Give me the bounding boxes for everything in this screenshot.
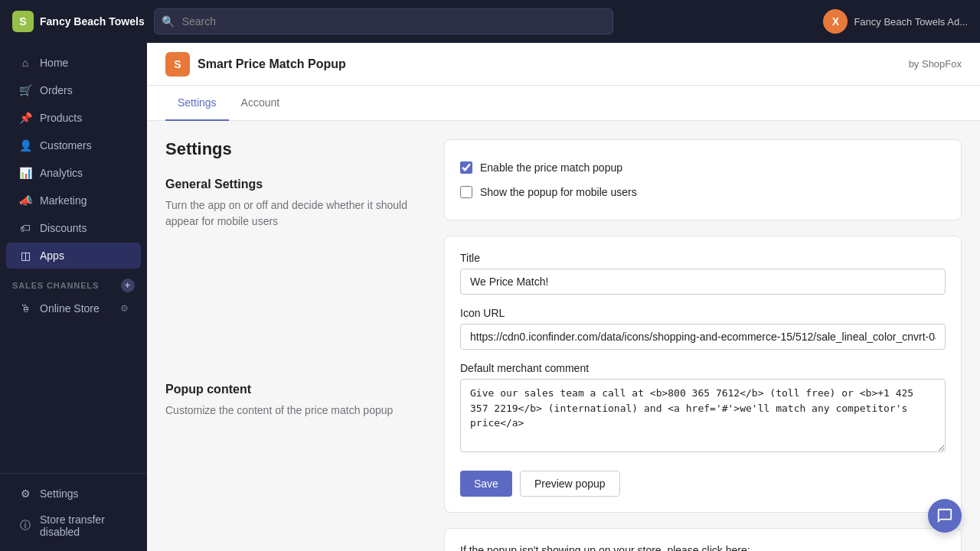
home-icon: ⌂ [18, 56, 32, 70]
enable-popup-checkbox[interactable] [460, 161, 472, 174]
app-logo: S [165, 52, 190, 77]
customers-icon: 👤 [18, 139, 32, 152]
content-area: S Smart Price Match Popup by ShopFox Set… [147, 43, 980, 551]
sidebar-label-products: Products [40, 112, 82, 124]
mobile-popup-row: Show the popup for mobile users [460, 180, 946, 204]
icon-url-input[interactable] [460, 324, 946, 350]
page-body: Settings General Settings Turn the app o… [147, 121, 980, 551]
store-name: Fancy Beach Towels Ad... [854, 16, 968, 28]
main-layout: ⌂ Home 🛒 Orders 📌 Products 👤 Customers 📊… [0, 43, 980, 551]
sidebar-item-analytics[interactable]: 📊 Analytics [6, 160, 141, 186]
sidebar-label-store-transfer: Store transfer disabled [40, 514, 129, 538]
sidebar-item-apps[interactable]: ◫ Apps [6, 243, 141, 269]
page-left: Settings General Settings Turn the app o… [165, 139, 426, 551]
comment-label: Default merchant comment [460, 362, 946, 374]
products-icon: 📌 [18, 111, 32, 125]
page-heading: Settings [165, 139, 426, 159]
sidebar-item-products[interactable]: 📌 Products [6, 105, 141, 131]
title-group: Title [460, 252, 946, 295]
sidebar-label-online-store: Online Store [40, 302, 100, 315]
online-store-icon: 🖰 [18, 302, 32, 315]
sidebar-item-home[interactable]: ⌂ Home [6, 50, 141, 76]
enable-popup-label[interactable]: Enable the price match popup [480, 161, 622, 174]
title-input[interactable] [460, 269, 946, 295]
popup-content-section: Popup content Customize the content of t… [165, 383, 426, 419]
avatar: X [823, 9, 848, 34]
sales-channels-label: SALES CHANNELS + [0, 269, 147, 295]
general-settings-desc: Turn the app on or off and decide whethe… [165, 197, 426, 230]
sidebar-label-analytics: Analytics [40, 167, 83, 179]
sidebar-item-store-transfer[interactable]: ⓘ Store transfer disabled [6, 507, 141, 544]
app-header-left: S Smart Price Match Popup [165, 52, 346, 77]
sidebar-label-apps: Apps [40, 249, 64, 262]
popup-content-actions: Save Preview popup [460, 471, 946, 497]
comment-textarea[interactable]: Give our sales team a call at <b>800 365… [460, 379, 946, 452]
general-settings-section: General Settings Turn the app on or off … [165, 178, 426, 230]
orders-icon: 🛒 [18, 83, 32, 97]
page-right: Enable the price match popup Show the po… [444, 139, 962, 551]
sidebar-bottom: ⚙ Settings ⓘ Store transfer disabled [0, 473, 147, 545]
advanced-notice: If the popup isn't showing up on your st… [460, 544, 946, 551]
apps-icon: ◫ [18, 249, 32, 262]
brand-name: Fancy Beach Towels [40, 15, 145, 28]
shopify-icon: S [12, 11, 34, 32]
sidebar-label-settings: Settings [40, 487, 79, 500]
general-settings-card: Enable the price match popup Show the po… [444, 139, 962, 220]
search-input[interactable] [154, 8, 613, 34]
popup-content-title: Popup content [165, 383, 426, 396]
general-settings-title: General Settings [165, 178, 426, 191]
app-header: S Smart Price Match Popup by ShopFox [147, 43, 980, 86]
sidebar-item-online-store[interactable]: 🖰 Online Store ⚙ [6, 296, 141, 321]
tab-settings[interactable]: Settings [165, 86, 229, 121]
brand: S Fancy Beach Towels [12, 11, 145, 32]
save-button[interactable]: Save [460, 471, 512, 497]
sidebar-label-discounts: Discounts [40, 222, 87, 234]
search-container: 🔍 [154, 8, 613, 34]
enable-popup-row: Enable the price match popup [460, 155, 946, 180]
icon-url-group: Icon URL [460, 307, 946, 350]
sidebar: ⌂ Home 🛒 Orders 📌 Products 👤 Customers 📊… [0, 43, 147, 551]
sidebar-item-marketing[interactable]: 📣 Marketing [6, 187, 141, 214]
add-sales-channel-button[interactable]: + [121, 279, 135, 292]
tabs-bar: Settings Account [147, 86, 980, 121]
chat-icon [936, 507, 953, 524]
chat-bubble-button[interactable] [928, 499, 962, 533]
popup-content-desc: Customize the content of the price match… [165, 403, 426, 419]
sidebar-label-home: Home [40, 57, 68, 69]
popup-content-card: Title Icon URL Default merchant comment … [444, 236, 962, 513]
sidebar-label-marketing: Marketing [40, 194, 87, 207]
info-icon: ⓘ [18, 519, 32, 533]
preview-popup-button[interactable]: Preview popup [520, 471, 620, 497]
sidebar-label-orders: Orders [40, 84, 73, 96]
mobile-popup-label[interactable]: Show the popup for mobile users [480, 186, 637, 198]
comment-group: Default merchant comment Give our sales … [460, 362, 946, 455]
advanced-settings-card: If the popup isn't showing up on your st… [444, 528, 962, 551]
discounts-icon: 🏷 [18, 221, 32, 235]
tab-account[interactable]: Account [229, 86, 292, 121]
topbar: S Fancy Beach Towels 🔍 X Fancy Beach Tow… [0, 0, 980, 43]
sidebar-label-customers: Customers [40, 139, 92, 152]
sidebar-item-discounts[interactable]: 🏷 Discounts [6, 215, 141, 241]
sidebar-item-settings[interactable]: ⚙ Settings [6, 481, 141, 507]
title-label: Title [460, 252, 946, 264]
search-icon: 🔍 [162, 15, 175, 28]
app-by: by ShopFox [909, 58, 962, 70]
mobile-popup-checkbox[interactable] [460, 186, 472, 198]
sidebar-item-customers[interactable]: 👤 Customers [6, 132, 141, 158]
topbar-right: X Fancy Beach Towels Ad... [823, 9, 968, 34]
settings-icon: ⚙ [18, 487, 32, 500]
icon-url-label: Icon URL [460, 307, 946, 319]
online-store-gear-icon[interactable]: ⚙ [120, 303, 129, 314]
analytics-icon: 📊 [18, 166, 32, 180]
sidebar-item-orders[interactable]: 🛒 Orders [6, 77, 141, 103]
marketing-icon: 📣 [18, 194, 32, 207]
app-title: Smart Price Match Popup [198, 57, 346, 71]
